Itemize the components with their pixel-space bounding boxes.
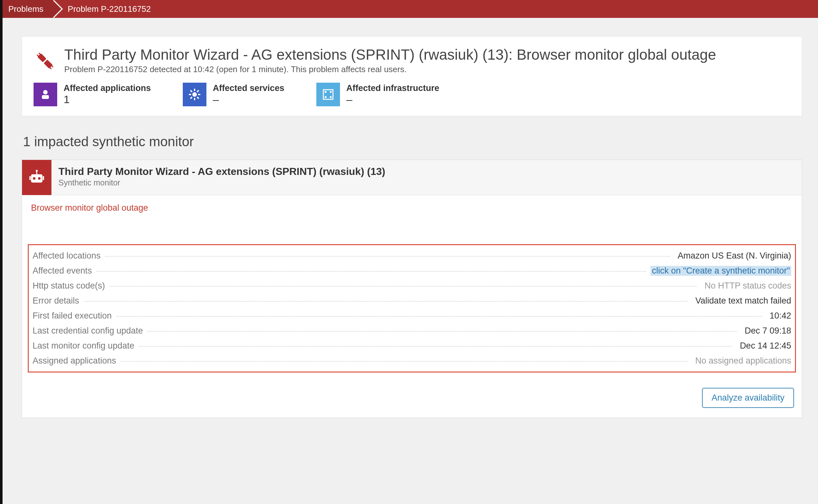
- detail-row-error-details: Error details Validate text match failed: [31, 293, 792, 308]
- svg-line-13: [190, 90, 192, 92]
- detail-value: Dec 14 12:45: [737, 341, 791, 351]
- problem-summary-card: Third Party Monitor Wizard - AG extensio…: [22, 36, 802, 116]
- svg-line-3: [37, 55, 39, 56]
- dotted-separator: [147, 331, 737, 332]
- synthetic-monitor-panel: Third Party Monitor Wizard - AG extensio…: [22, 160, 802, 418]
- detail-label: Assigned applications: [33, 356, 116, 366]
- detail-value[interactable]: click on "Create a synthetic monitor": [651, 266, 791, 276]
- services-icon: [183, 83, 207, 106]
- breadcrumb-root-label: Problems: [8, 4, 43, 14]
- breadcrumb: Problems Problem P-220116752: [0, 0, 818, 18]
- svg-line-5: [49, 67, 51, 69]
- affected-infrastructure-label: Affected infrastructure: [346, 83, 439, 93]
- detail-label: Last credential config update: [33, 326, 143, 336]
- detail-label: Http status code(s): [33, 281, 105, 291]
- robot-icon: [22, 160, 51, 195]
- svg-line-4: [51, 65, 53, 67]
- svg-point-8: [192, 92, 197, 97]
- detail-row-affected-events: Affected events click on "Create a synth…: [31, 263, 792, 278]
- detail-row-first-failed: First failed execution 10:42: [31, 308, 792, 323]
- detail-label: Affected locations: [33, 251, 101, 261]
- problem-subtitle: Problem P-220116752 detected at 10:42 (o…: [64, 64, 716, 74]
- dotted-separator: [105, 256, 670, 257]
- detail-value: No assigned applications: [692, 356, 791, 366]
- monitor-header[interactable]: Third Party Monitor Wizard - AG extensio…: [22, 160, 802, 195]
- affected-applications-label: Affected applications: [64, 83, 151, 93]
- detail-value: Validate text match failed: [692, 296, 791, 306]
- svg-point-21: [330, 96, 332, 98]
- infrastructure-icon: [316, 83, 340, 106]
- svg-line-2: [39, 53, 41, 55]
- detail-value: Amazon US East (N. Virginia): [675, 251, 791, 261]
- detail-label: Last monitor config update: [33, 341, 134, 351]
- breadcrumb-current-label: Problem P-220116752: [68, 4, 151, 14]
- svg-rect-22: [31, 174, 42, 183]
- dotted-separator: [96, 271, 647, 272]
- window-left-border: [0, 0, 3, 504]
- svg-rect-17: [323, 90, 333, 99]
- svg-point-18: [325, 91, 327, 93]
- svg-point-20: [325, 96, 327, 98]
- svg-rect-1: [44, 60, 53, 69]
- detail-row-affected-locations: Affected locations Amazon US East (N. Vi…: [31, 248, 792, 263]
- svg-line-16: [190, 97, 192, 99]
- analyze-availability-button[interactable]: Analyze availability: [702, 388, 794, 408]
- detail-label: Affected events: [33, 266, 92, 276]
- breadcrumb-root[interactable]: Problems: [3, 0, 52, 18]
- affected-services-value: –: [213, 93, 284, 106]
- detail-value: 10:42: [766, 311, 791, 321]
- detail-value: Dec 7 09:18: [741, 326, 791, 336]
- detail-row-http-status: Http status code(s) No HTTP status codes: [31, 278, 792, 293]
- monitor-type: Synthetic monitor: [58, 178, 385, 187]
- detail-value: No HTTP status codes: [701, 281, 791, 291]
- monitor-title: Third Party Monitor Wizard - AG extensio…: [58, 166, 385, 177]
- svg-line-14: [197, 97, 199, 99]
- affected-infrastructure-value: –: [346, 93, 439, 106]
- svg-point-19: [330, 91, 332, 93]
- monitor-details-box: Affected locations Amazon US East (N. Vi…: [28, 244, 796, 372]
- affected-services-label: Affected services: [213, 83, 284, 93]
- detail-row-assigned-applications: Assigned applications No assigned applic…: [31, 353, 792, 368]
- affected-applications-value: 1: [64, 93, 151, 106]
- svg-rect-0: [37, 53, 46, 62]
- svg-rect-28: [43, 176, 44, 180]
- dotted-separator: [116, 316, 762, 317]
- monitor-outage-label: Browser monitor global outage: [22, 195, 802, 219]
- detail-label: Error details: [33, 296, 79, 306]
- detail-label: First failed execution: [33, 311, 112, 321]
- problem-title: Third Party Monitor Wizard - AG extensio…: [64, 46, 716, 63]
- dotted-separator: [139, 346, 732, 347]
- svg-rect-27: [29, 176, 31, 180]
- dotted-separator: [120, 361, 688, 362]
- affected-services-tile[interactable]: Affected services –: [183, 83, 284, 106]
- affected-applications-tile[interactable]: Affected applications 1: [34, 83, 151, 106]
- impacted-section-title: 1 impacted synthetic monitor: [23, 134, 802, 149]
- detail-row-last-monitor-update: Last monitor config update Dec 14 12:45: [31, 338, 792, 353]
- svg-point-26: [36, 170, 38, 172]
- svg-line-15: [197, 90, 199, 92]
- breadcrumb-current[interactable]: Problem P-220116752: [52, 0, 160, 18]
- problem-icon: [34, 49, 57, 74]
- svg-point-6: [43, 90, 48, 94]
- affected-infrastructure-tile[interactable]: Affected infrastructure –: [316, 83, 439, 106]
- dotted-separator: [84, 301, 688, 302]
- svg-point-23: [33, 177, 35, 180]
- dotted-separator: [110, 286, 697, 287]
- detail-row-last-credential-update: Last credential config update Dec 7 09:1…: [31, 323, 792, 338]
- svg-point-24: [38, 177, 41, 180]
- svg-rect-7: [42, 95, 49, 99]
- applications-icon: [34, 83, 57, 106]
